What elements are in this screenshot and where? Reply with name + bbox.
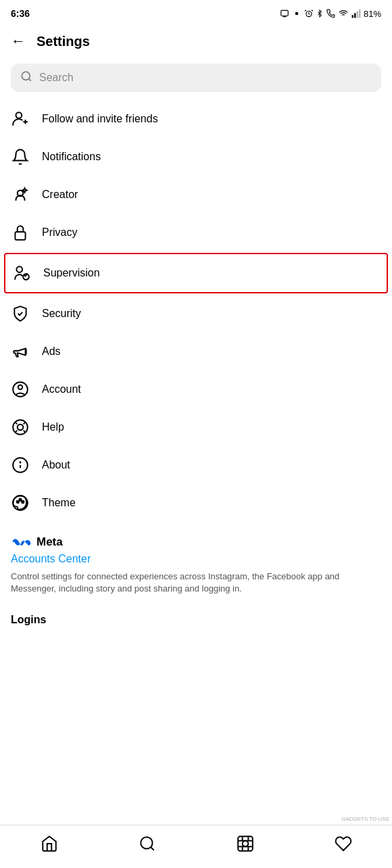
settings-menu: Follow and invite friends Notifications … xyxy=(0,100,392,522)
back-button[interactable]: ← xyxy=(11,32,26,50)
menu-label-follow-invite: Follow and invite friends xyxy=(42,113,158,125)
svg-rect-4 xyxy=(354,13,356,18)
meta-section: Meta Accounts Center Control settings fo… xyxy=(0,522,392,600)
menu-item-security[interactable]: Security xyxy=(0,295,392,333)
status-bar: 6:36 81% xyxy=(0,0,392,24)
info-circle-icon xyxy=(11,456,30,475)
menu-item-notifications[interactable]: Notifications xyxy=(0,138,392,176)
svg-point-11 xyxy=(16,266,22,272)
svg-rect-3 xyxy=(352,15,353,18)
meta-description: Control settings for connected experienc… xyxy=(11,571,381,595)
lifebuoy-icon xyxy=(11,418,30,437)
nav-heart[interactable] xyxy=(321,832,366,855)
svg-rect-5 xyxy=(357,11,358,18)
wifi-icon xyxy=(338,9,349,18)
accounts-center-link[interactable]: Accounts Center xyxy=(11,553,381,565)
svg-line-18 xyxy=(15,422,17,424)
menu-item-account[interactable]: Account xyxy=(0,370,392,408)
menu-label-supervision: Supervision xyxy=(43,267,100,279)
search-bar[interactable]: Search xyxy=(11,64,381,92)
home-icon xyxy=(41,835,58,852)
signal-icon xyxy=(351,9,361,18)
svg-line-20 xyxy=(15,431,17,433)
page-header: ← Settings xyxy=(0,24,392,58)
menu-item-creator[interactable]: Creator xyxy=(0,176,392,214)
heart-icon xyxy=(335,835,352,852)
menu-item-help[interactable]: Help xyxy=(0,408,392,446)
meta-brand-text: Meta xyxy=(36,535,63,549)
svg-point-8 xyxy=(16,112,22,118)
nav-reels[interactable] xyxy=(223,832,268,855)
menu-label-help: Help xyxy=(42,421,64,433)
bluetooth-icon xyxy=(316,9,323,18)
menu-label-security: Security xyxy=(42,308,81,320)
status-time-area: 6:36 xyxy=(11,8,30,19)
search-placeholder: Search xyxy=(39,72,74,84)
bottom-spacer xyxy=(0,631,392,685)
meta-logo-icon xyxy=(11,535,32,549)
logins-title: Logins xyxy=(11,614,46,625)
status-icons: 81% xyxy=(280,9,381,19)
menu-label-account: Account xyxy=(42,383,81,395)
svg-point-27 xyxy=(19,499,21,501)
svg-point-31 xyxy=(242,840,248,846)
creator-icon xyxy=(11,185,30,204)
menu-item-supervision[interactable]: Supervision xyxy=(4,253,388,293)
search-icon xyxy=(20,70,32,85)
menu-item-theme[interactable]: Theme xyxy=(0,484,392,522)
svg-point-1 xyxy=(295,12,299,16)
svg-point-15 xyxy=(18,385,23,390)
menu-label-about: About xyxy=(42,459,70,471)
page-title: Settings xyxy=(36,34,90,49)
svg-rect-6 xyxy=(359,9,360,18)
notif-icon-1 xyxy=(280,9,289,18)
search-nav-icon xyxy=(139,835,156,852)
battery-status: 81% xyxy=(364,9,381,19)
supervision-icon xyxy=(12,264,31,283)
menu-item-ads[interactable]: Ads xyxy=(0,333,392,370)
menu-item-about[interactable]: About xyxy=(0,446,392,484)
search-container: Search xyxy=(11,64,381,92)
svg-point-28 xyxy=(22,501,24,503)
menu-item-privacy[interactable]: Privacy xyxy=(0,214,392,251)
svg-point-29 xyxy=(141,837,152,848)
svg-point-17 xyxy=(18,425,24,431)
lock-icon xyxy=(11,223,30,242)
svg-line-21 xyxy=(24,422,26,424)
status-time: 6:36 xyxy=(11,8,30,19)
palette-icon xyxy=(11,493,30,512)
meta-logo: Meta xyxy=(11,535,381,549)
menu-label-notifications: Notifications xyxy=(42,151,101,163)
menu-label-ads: Ads xyxy=(42,345,61,358)
menu-label-theme: Theme xyxy=(42,497,76,509)
menu-label-creator: Creator xyxy=(42,189,78,201)
menu-label-privacy: Privacy xyxy=(42,226,77,239)
svg-rect-0 xyxy=(281,10,289,16)
logins-section: Logins xyxy=(0,600,392,631)
bottom-nav xyxy=(0,825,392,868)
watermark: GADGETS TO USE xyxy=(341,816,389,822)
phone-icon xyxy=(326,9,335,18)
svg-line-19 xyxy=(24,431,26,433)
svg-point-7 xyxy=(22,72,30,80)
shield-check-icon xyxy=(11,304,30,323)
nav-home[interactable] xyxy=(27,832,72,855)
svg-rect-30 xyxy=(238,836,253,851)
nav-search[interactable] xyxy=(125,832,170,855)
svg-point-26 xyxy=(17,501,19,503)
notif-icon-2 xyxy=(292,9,301,18)
person-add-icon xyxy=(11,110,30,128)
reels-icon xyxy=(237,835,254,852)
menu-item-follow-invite[interactable]: Follow and invite friends xyxy=(0,100,392,138)
person-circle-icon xyxy=(11,380,30,399)
bell-icon xyxy=(11,147,30,166)
svg-rect-10 xyxy=(15,232,25,240)
alarm-icon xyxy=(304,9,314,18)
megaphone-icon xyxy=(11,342,30,361)
